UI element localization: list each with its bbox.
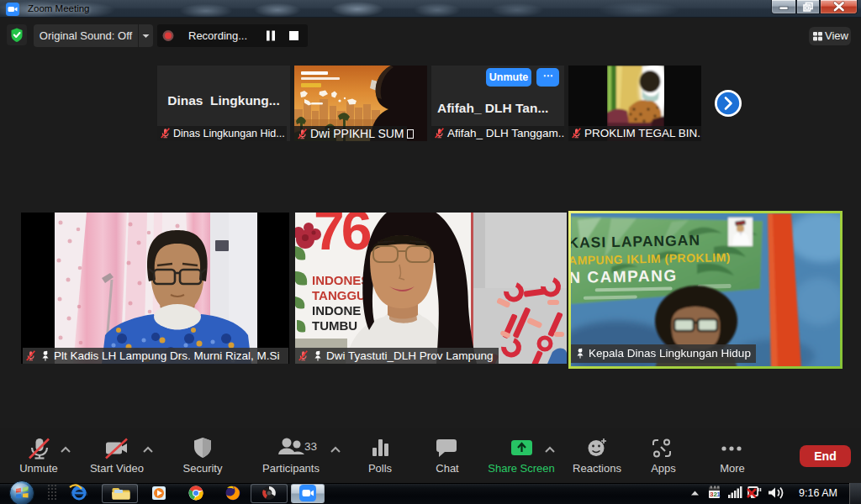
svg-text:N CAMPANG: N CAMPANG <box>571 266 678 286</box>
svg-text:TUMBU: TUMBU <box>312 318 357 333</box>
svg-text:KASI LAPANGAN: KASI LAPANGAN <box>571 232 700 251</box>
svg-text:76: 76 <box>314 213 371 261</box>
svg-text:INDONES: INDONES <box>312 273 369 287</box>
svg-text:INDONE: INDONE <box>312 303 361 318</box>
svg-text:TANGGU: TANGGU <box>312 288 366 302</box>
svg-text:33: 33 <box>304 440 317 453</box>
svg-text:1: 1 <box>717 491 721 498</box>
